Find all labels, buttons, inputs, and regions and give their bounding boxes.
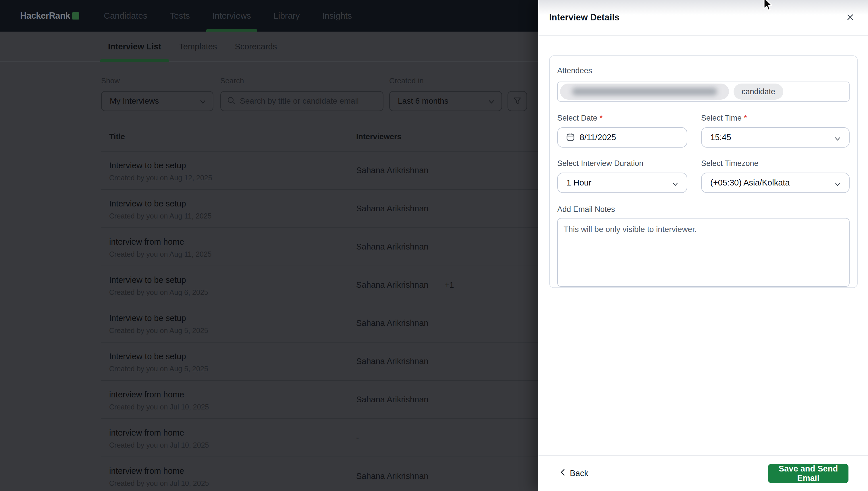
logo-text: HackerRank — [20, 11, 70, 21]
interview-details-form-card: Attendees candidate Select Date* 8/11/20… — [549, 55, 858, 288]
interviewer-name: Sahana Arikrishnan — [356, 318, 429, 328]
interview-created: Created by you on Aug 5, 2025 — [109, 365, 348, 373]
time-value: 15:45 — [710, 133, 731, 142]
logo-green-square-icon — [72, 12, 79, 20]
more-filters-button[interactable] — [508, 91, 527, 111]
attendee-email-chip-blurred[interactable] — [560, 84, 729, 99]
hackerrank-logo[interactable]: HackerRank — [20, 11, 79, 21]
interview-title: interview from home — [109, 237, 348, 247]
attendees-input[interactable]: candidate — [557, 82, 849, 102]
email-notes-textarea[interactable] — [557, 218, 849, 287]
date-input[interactable]: 8/11/2025 — [557, 127, 687, 148]
search-filter-label: Search — [220, 76, 383, 85]
search-filter-group: Search — [213, 76, 383, 111]
chevron-down-icon — [671, 180, 679, 189]
search-box — [220, 91, 383, 111]
duration-value: 1 Hour — [567, 178, 591, 187]
chevron-down-icon — [834, 180, 842, 189]
interview-title: interview from home — [109, 428, 348, 438]
timezone-value: (+05:30) Asia/Kolkata — [710, 178, 789, 187]
show-filter-label: Show — [101, 76, 213, 85]
search-input[interactable] — [236, 92, 383, 111]
interview-details-drawer: Interview Details Attendees candidate Se… — [538, 0, 868, 491]
interview-title: Interview to be setup — [109, 352, 348, 361]
search-icon — [227, 96, 236, 106]
blurred-email-text — [572, 88, 717, 95]
chevron-down-icon — [199, 98, 206, 107]
timezone-select[interactable]: (+05:30) Asia/Kolkata — [701, 173, 849, 193]
tab-interview-list[interactable]: Interview List — [100, 32, 169, 61]
interview-title: Interview to be setup — [109, 199, 348, 208]
interviewer-name: - — [356, 433, 359, 442]
back-button-label: Back — [570, 469, 588, 478]
interview-created: Created by you on Jul 10, 2025 — [109, 403, 348, 411]
interviewer-name: Sahana Arikrishnan — [356, 166, 429, 175]
duration-select[interactable]: 1 Hour — [557, 173, 687, 193]
interviewer-name: Sahana Arikrishnan — [356, 357, 429, 366]
save-and-send-email-button[interactable]: Save and Send Email — [768, 464, 848, 483]
show-filter-group: Show My Interviews — [101, 76, 213, 111]
interviewer-name: Sahana Arikrishnan — [356, 471, 429, 481]
interviewer-extra-count: +1 — [445, 280, 454, 290]
tab-scorecards[interactable]: Scorecards — [227, 32, 285, 61]
date-value: 8/11/2025 — [580, 133, 616, 142]
select-duration-field: Select Interview Duration 1 Hour — [557, 159, 687, 193]
show-filter-value: My Interviews — [102, 96, 159, 106]
select-time-field: Select Time* 15:45 — [701, 114, 849, 148]
chevron-left-icon — [559, 468, 566, 479]
created-in-filter-label: Created in — [389, 76, 502, 85]
interviewer-name: Sahana Arikrishnan — [356, 204, 429, 213]
nav-item-interviews[interactable]: Interviews — [201, 0, 262, 32]
time-select[interactable]: 15:45 — [701, 127, 849, 148]
interview-title: Interview to be setup — [109, 276, 348, 285]
email-notes-label: Add Email Notes — [557, 205, 849, 214]
created-in-select[interactable]: Last 6 months — [389, 91, 502, 111]
select-time-label: Select Time — [701, 114, 742, 122]
required-asterisk: * — [600, 114, 603, 122]
attendees-label: Attendees — [557, 66, 849, 75]
interview-title: interview from home — [109, 466, 348, 476]
interview-created: Created by you on Jul 10, 2025 — [109, 479, 348, 488]
nav-item-insights[interactable]: Insights — [311, 0, 363, 32]
interview-created: Created by you on Aug 12, 2025 — [109, 174, 348, 182]
select-timezone-label: Select Timezone — [701, 159, 758, 168]
chevron-down-icon — [488, 98, 495, 107]
close-button[interactable] — [843, 11, 857, 24]
select-duration-label: Select Interview Duration — [557, 159, 643, 168]
interview-title: interview from home — [109, 390, 348, 399]
calendar-icon — [566, 132, 575, 143]
interview-created: Created by you on Aug 11, 2025 — [109, 250, 348, 258]
nav-item-tests[interactable]: Tests — [158, 0, 201, 32]
interviewer-name: Sahana Arikrishnan — [356, 395, 429, 404]
close-icon — [846, 13, 855, 22]
interview-created: Created by you on Aug 11, 2025 — [109, 212, 348, 220]
column-header-title: Title — [101, 133, 348, 141]
interview-title: Interview to be setup — [109, 161, 348, 170]
attendee-candidate-chip[interactable]: candidate — [733, 84, 783, 99]
drawer-header: Interview Details — [538, 0, 868, 36]
chevron-down-icon — [834, 135, 842, 144]
back-button[interactable]: Back — [559, 468, 588, 479]
interviewer-name: Sahana Arikrishnan — [356, 242, 429, 252]
interview-created: Created by you on Aug 5, 2025 — [109, 326, 348, 335]
tab-templates[interactable]: Templates — [171, 32, 225, 61]
nav-item-library[interactable]: Library — [262, 0, 311, 32]
interview-title: Interview to be setup — [109, 314, 348, 323]
email-notes-field: Add Email Notes — [557, 205, 849, 288]
funnel-icon — [513, 96, 522, 107]
created-in-filter-group: Created in Last 6 months — [383, 76, 502, 111]
drawer-title: Interview Details — [549, 12, 619, 23]
select-date-field: Select Date* 8/11/2025 — [557, 114, 687, 148]
required-asterisk: * — [744, 114, 747, 122]
select-timezone-field: Select Timezone (+05:30) Asia/Kolkata — [701, 159, 849, 193]
interview-created: Created by you on Aug 6, 2025 — [109, 288, 348, 297]
drawer-footer: Back Save and Send Email — [538, 455, 868, 491]
nav-item-candidates[interactable]: Candidates — [92, 0, 158, 32]
created-in-value: Last 6 months — [390, 96, 449, 106]
interview-created: Created by you on Jul 10, 2025 — [109, 441, 348, 450]
main-nav: Candidates Tests Interviews Library Insi… — [92, 0, 363, 32]
show-filter-select[interactable]: My Interviews — [101, 91, 213, 111]
interviewer-name: Sahana Arikrishnan — [356, 280, 429, 290]
select-date-label: Select Date — [557, 114, 598, 122]
